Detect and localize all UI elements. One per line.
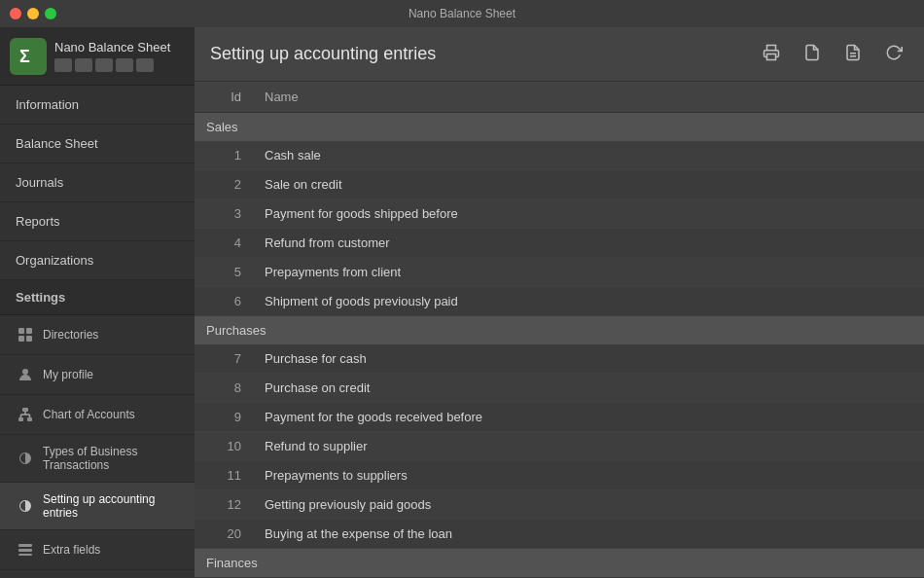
cell-id: 9 (195, 403, 253, 432)
close-button[interactable] (10, 8, 21, 19)
cell-name: Payment for goods shipped before (253, 199, 924, 229)
sidebar-item-balance-sheet[interactable]: Balance Sheet (0, 125, 195, 163)
export-xls-button[interactable] (838, 40, 868, 69)
column-header-name: Name (253, 82, 924, 113)
sidebar: Σ Nano Balance Sheet Information Balance… (0, 27, 195, 578)
sidebar-item-reports[interactable]: Reports (0, 202, 195, 241)
table-row[interactable]: 5Prepayments from client (195, 258, 924, 287)
cell-name: Purchase for cash (253, 344, 924, 374)
table-area[interactable]: Id Name Sales1Cash sale2Sale on credit3P… (195, 82, 924, 578)
svg-rect-16 (767, 54, 776, 59)
sidebar-item-directories[interactable]: Directories (0, 315, 195, 355)
cell-id: 2 (195, 170, 253, 199)
cell-name: Payment for the goods received before (253, 403, 924, 432)
person-icon (16, 365, 35, 384)
cell-name: Cash sale (253, 141, 924, 170)
svg-rect-8 (27, 417, 32, 421)
cell-id: 4 (195, 229, 253, 258)
sidebar-item-my-profile[interactable]: My profile (0, 355, 195, 395)
sidebar-icon-5[interactable] (136, 58, 154, 72)
sidebar-app-info: Nano Balance Sheet (54, 40, 170, 73)
sidebar-icon-1[interactable] (54, 58, 72, 72)
export-doc-button[interactable] (798, 40, 827, 69)
sidebar-item-chart-of-accounts[interactable]: Chart of Accounts (0, 395, 195, 435)
table-row[interactable]: 2Sale on credit (195, 170, 924, 199)
sidebar-icon-4[interactable] (116, 58, 133, 72)
cell-name: Refund to supplier (253, 432, 924, 461)
sidebar-item-setting-accounting[interactable]: Setting up accounting entries (0, 483, 195, 530)
cell-id: 6 (195, 287, 253, 316)
accounting-entries-table: Id Name Sales1Cash sale2Sale on credit3P… (195, 82, 924, 578)
hierarchy-icon (16, 405, 35, 424)
table-group-row: Finances (195, 549, 924, 578)
table-rows-icon (16, 540, 35, 560)
circle-half-icon (16, 449, 35, 468)
cell-id: 1 (195, 141, 253, 170)
svg-rect-13 (18, 544, 32, 547)
cell-name: Buying at the expense of the loan (253, 520, 924, 549)
table-row[interactable]: 12Getting previously paid goods (195, 490, 924, 520)
cell-id: 20 (195, 520, 253, 549)
sidebar-item-information[interactable]: Information (0, 86, 195, 125)
main-content: Setting up accounting entries (195, 27, 924, 578)
cell-name: Getting previously paid goods (253, 490, 924, 520)
cell-name: Prepayments to suppliers (253, 461, 924, 490)
cell-id: 10 (195, 432, 253, 461)
column-header-id: Id (195, 82, 253, 113)
page-title: Setting up accounting entries (210, 44, 745, 64)
circle-half-2-icon (16, 496, 35, 516)
cell-name: Prepayments from client (253, 258, 924, 287)
sidebar-toolbar-icons (54, 58, 170, 72)
app-container: Σ Nano Balance Sheet Information Balance… (0, 27, 924, 578)
cell-name: Sale on credit (253, 170, 924, 199)
table-row[interactable]: 7Purchase for cash (195, 344, 924, 374)
cell-id: 12 (195, 490, 253, 520)
cell-id: 7 (195, 344, 253, 374)
title-bar: Nano Balance Sheet (0, 0, 924, 27)
table-row[interactable]: 9Payment for the goods received before (195, 403, 924, 432)
sidebar-item-organizations[interactable]: Organizations (0, 241, 195, 280)
sidebar-app-name: Nano Balance Sheet (54, 40, 170, 56)
svg-rect-14 (18, 549, 32, 552)
maximize-button[interactable] (45, 8, 56, 19)
sidebar-item-types-of-business[interactable]: Types of Business Transactions (0, 435, 195, 483)
sidebar-icon-2[interactable] (75, 58, 92, 72)
svg-rect-6 (22, 408, 28, 412)
svg-rect-3 (18, 336, 24, 342)
cell-name: Shipment of goods previously paid (253, 287, 924, 316)
svg-rect-7 (18, 417, 23, 421)
grid-icon (16, 325, 35, 344)
svg-text:Σ: Σ (19, 47, 30, 66)
table-header-row: Id Name (195, 82, 924, 113)
cell-name: Refund from customer (253, 229, 924, 258)
svg-rect-4 (26, 336, 32, 342)
refresh-button[interactable] (879, 40, 908, 69)
settings-section-header: Settings (0, 280, 195, 315)
svg-rect-1 (18, 328, 24, 334)
window-title: Nano Balance Sheet (409, 7, 515, 20)
table-row[interactable]: 10Refund to supplier (195, 432, 924, 461)
table-row[interactable]: 20Buying at the expense of the loan (195, 520, 924, 549)
app-logo: Σ (10, 38, 47, 75)
window-controls[interactable] (10, 8, 56, 19)
sidebar-item-extra-fields[interactable]: Extra fields (0, 530, 195, 570)
svg-rect-15 (18, 554, 32, 556)
table-row[interactable]: 1Cash sale (195, 141, 924, 170)
sidebar-icon-3[interactable] (95, 58, 113, 72)
table-row[interactable]: 4Refund from customer (195, 229, 924, 258)
table-group-row: Sales (195, 113, 924, 142)
table-row[interactable]: 6Shipment of goods previously paid (195, 287, 924, 316)
table-row[interactable]: 3Payment for goods shipped before (195, 199, 924, 229)
print-button[interactable] (757, 40, 786, 69)
cell-id: 11 (195, 461, 253, 490)
svg-rect-2 (26, 328, 32, 334)
table-row[interactable]: 8Purchase on credit (195, 374, 924, 403)
toolbar: Setting up accounting entries (195, 27, 924, 82)
cell-id: 5 (195, 258, 253, 287)
sidebar-item-journals[interactable]: Journals (0, 163, 195, 202)
table-group-row: Purchases (195, 316, 924, 345)
minimize-button[interactable] (27, 8, 39, 19)
cell-id: 3 (195, 199, 253, 229)
table-row[interactable]: 11Prepayments to suppliers (195, 461, 924, 490)
cell-id: 8 (195, 374, 253, 403)
